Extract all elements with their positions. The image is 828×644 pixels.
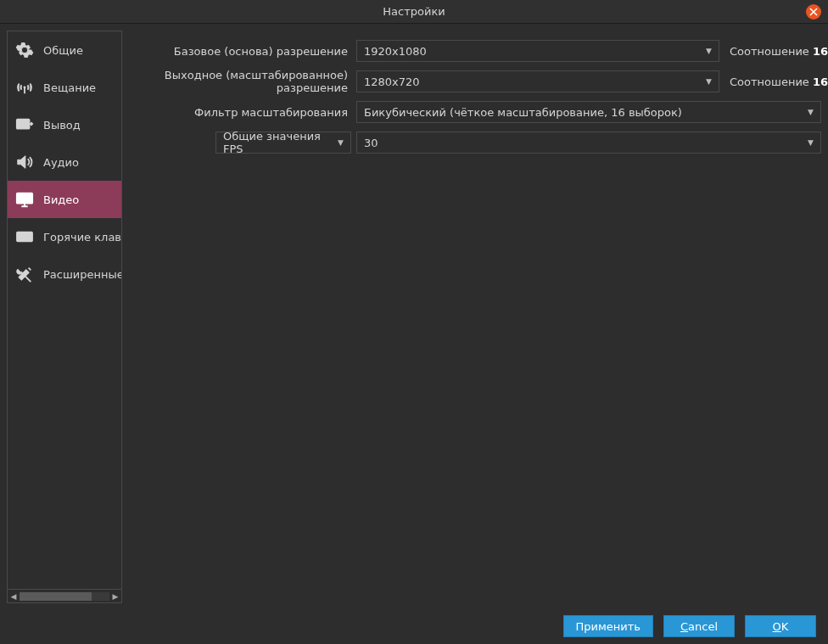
fps-type-wrap: Общие значения FPS ▼	[129, 132, 351, 154]
chevron-down-icon: ▼	[808, 108, 814, 116]
ok-button[interactable]: OK	[745, 615, 816, 637]
sidebar-item-advanced[interactable]: Расширенные	[8, 255, 121, 293]
sidebar-item-label: Аудио	[43, 156, 79, 169]
sidebar-item-label: Расширенные	[43, 268, 121, 281]
chevron-down-icon: ▼	[706, 77, 712, 86]
select-value: Бикубический (чёткое масштабирование, 16…	[364, 106, 682, 119]
label-output-resolution: Выходное (масштабированное) разрешение	[129, 69, 351, 94]
cancel-button[interactable]: Cancel	[663, 615, 735, 637]
output-icon	[14, 115, 35, 135]
monitor-icon	[14, 189, 35, 210]
speaker-icon	[14, 152, 35, 172]
settings-window: Настройки Общие Вещание	[0, 0, 828, 644]
select-fps-type[interactable]: Общие значения FPS ▼	[215, 132, 351, 154]
scroll-left-icon[interactable]: ◀	[8, 590, 20, 602]
select-output-resolution[interactable]: 1280x720 ▼	[356, 70, 719, 92]
select-value: 30	[364, 137, 378, 149]
sidebar: Общие Вещание Вывод	[7, 31, 122, 603]
sidebar-item-label: Вещание	[43, 81, 96, 94]
scroll-thumb[interactable]	[20, 592, 92, 601]
select-downscale-filter[interactable]: Бикубический (чёткое масштабирование, 16…	[356, 101, 821, 123]
base-aspect-ratio: Соотношение 16:9	[724, 45, 821, 58]
select-value: Общие значения FPS	[223, 130, 338, 155]
row-downscale-filter: Фильтр масштабирования Бикубический (чёт…	[129, 100, 821, 124]
label-downscale-filter: Фильтр масштабирования	[129, 106, 351, 119]
sidebar-item-output[interactable]: Вывод	[8, 106, 121, 143]
select-base-resolution[interactable]: 1920x1080 ▼	[356, 40, 719, 62]
select-fps-value[interactable]: 30 ▼	[356, 132, 821, 154]
apply-button[interactable]: Применить	[563, 615, 653, 637]
sidebar-list: Общие Вещание Вывод	[8, 31, 121, 589]
chevron-down-icon: ▼	[808, 138, 814, 147]
keyboard-icon	[14, 227, 35, 247]
select-value: 1280x720	[364, 76, 420, 88]
window-body: Общие Вещание Вывод	[0, 24, 828, 608]
footer: Применить Cancel OK	[0, 608, 828, 644]
gear-icon	[14, 40, 35, 60]
svg-rect-1	[17, 120, 30, 129]
svg-rect-2	[17, 193, 32, 204]
row-fps: Общие значения FPS ▼ 30 ▼	[129, 131, 821, 154]
window-close-button[interactable]	[806, 4, 821, 20]
titlebar: Настройки	[0, 0, 828, 24]
sidebar-item-label: Общие	[43, 44, 83, 57]
sidebar-scrollbar[interactable]: ◀ ▶	[8, 589, 121, 602]
tools-icon	[14, 264, 35, 284]
sidebar-item-label: Горячие клавиши	[43, 231, 121, 244]
window-title: Настройки	[383, 5, 445, 18]
content-panel: Базовое (основа) разрешение 1920x1080 ▼ …	[129, 31, 821, 603]
sidebar-item-stream[interactable]: Вещание	[8, 69, 121, 106]
sidebar-item-hotkeys[interactable]: Горячие клавиши	[8, 218, 121, 255]
output-aspect-ratio: Соотношение 16:9	[724, 76, 821, 88]
chevron-down-icon: ▼	[338, 138, 344, 147]
sidebar-item-video[interactable]: Видео	[8, 181, 121, 218]
chevron-down-icon: ▼	[706, 47, 712, 55]
select-value: 1920x1080	[364, 45, 427, 58]
scroll-right-icon[interactable]: ▶	[109, 590, 121, 602]
scroll-track[interactable]	[20, 592, 109, 601]
sidebar-item-general[interactable]: Общие	[8, 31, 121, 69]
sidebar-item-label: Вывод	[43, 119, 81, 132]
row-base-resolution: Базовое (основа) разрешение 1920x1080 ▼ …	[129, 39, 821, 63]
row-output-resolution: Выходное (масштабированное) разрешение 1…	[129, 70, 821, 93]
sidebar-item-audio[interactable]: Аудио	[8, 143, 121, 181]
sidebar-item-label: Видео	[43, 193, 79, 206]
label-base-resolution: Базовое (основа) разрешение	[129, 45, 351, 58]
broadcast-icon	[14, 77, 35, 98]
close-icon	[809, 6, 818, 19]
